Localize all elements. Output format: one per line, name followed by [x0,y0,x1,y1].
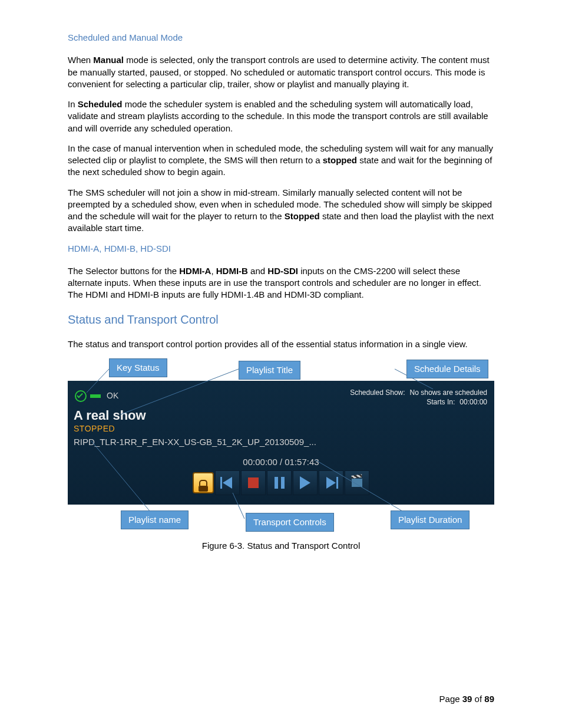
heading-hdmi: HDMI-A, HDMI-B, HD-SDI [68,243,494,255]
skip-back-icon [223,477,232,489]
skip-forward-button[interactable] [319,470,343,495]
transport-bar [68,470,494,495]
play-button[interactable] [293,470,318,495]
playlist-title-text: A real show [74,407,146,424]
pause-button[interactable] [267,470,292,495]
callout-playlist-title: Playlist Title [239,361,300,380]
starts-in-label: Starts In: [427,397,455,407]
paragraph-scheduled-mode: In Scheduled mode the scheduler system i… [68,98,494,134]
paragraph-sms-scheduler: The SMS scheduler will not join a show i… [68,187,494,235]
ok-check-icon [75,390,87,402]
callout-transport-controls: Transport Controls [246,513,334,532]
callout-schedule-details: Schedule Details [406,360,488,378]
scheduled-show-value: No shows are scheduled [410,388,487,397]
page-footer: Page 39 of 89 [68,693,494,705]
paragraph-hdmi: The Selector buttons for the HDMI-A, HDM… [68,265,494,301]
playlist-name-text: RIPD_TLR-1RR_F_EN-XX_US-GB_51_2K_UP_2013… [74,436,316,448]
heading-scheduled-manual: Scheduled and Manual Mode [68,32,494,44]
play-icon [300,476,310,489]
pause-icon [275,477,285,489]
ok-text: OK [107,390,118,401]
paragraph-manual-mode: When Manual mode is selected, only the t… [68,54,494,90]
skip-back-button[interactable] [215,470,240,495]
clapper-button[interactable] [345,470,369,495]
lock-button[interactable] [193,472,214,493]
starts-in-value: 00:00:00 [459,397,487,407]
stop-icon [248,477,259,488]
callout-playlist-duration: Playlist Duration [391,510,470,529]
scheduled-show-label: Scheduled Show: [350,388,405,397]
paragraph-manual-intervention: In the case of manual intervention when … [68,143,494,179]
figure-caption: Figure 6-3. Status and Transport Control [68,540,494,552]
paragraph-status-intro: The status and transport control portion… [68,338,494,350]
playback-state: STOPPED [74,423,115,434]
time-display: 00:00:00 / 01:57:43 [68,456,494,468]
callout-key-status: Key Status [109,358,167,377]
clapper-icon [352,479,362,487]
key-status-row: OK [75,390,118,402]
lock-icon [199,480,207,486]
skip-forward-icon [326,477,336,489]
callout-playlist-name: Playlist name [121,510,189,529]
ok-bar-icon [90,394,101,398]
heading-status-transport: Status and Transport Control [68,312,494,328]
schedule-details-box: Scheduled Show:No shows are scheduled St… [350,388,487,407]
transport-panel: OK Scheduled Show:No shows are scheduled… [68,381,494,505]
figure-status-transport: Key Status Playlist Title Schedule Detai… [68,358,494,535]
stop-button[interactable] [241,470,266,495]
